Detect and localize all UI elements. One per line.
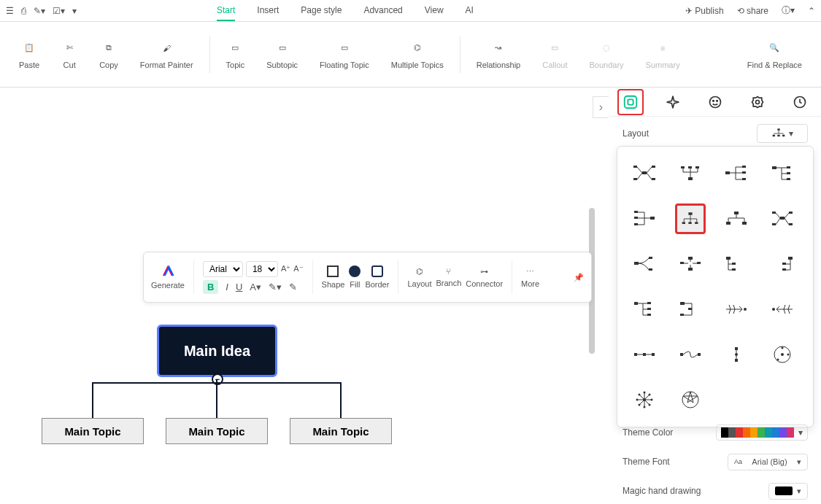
topic-node-2[interactable]: Main Topic <box>166 418 268 444</box>
collapse-toggle[interactable]: − <box>212 373 223 385</box>
layout-option[interactable] <box>767 158 798 189</box>
layout-option[interactable] <box>721 158 752 189</box>
subtopic-button[interactable]: ▭Subtopic <box>258 36 307 74</box>
emoji-tab[interactable] <box>702 89 728 115</box>
layout-dropdown[interactable]: ▾ <box>757 124 808 143</box>
underline-button[interactable]: U <box>236 282 242 292</box>
tab-view[interactable]: View <box>425 1 444 21</box>
layout-option-circle[interactable] <box>767 339 798 370</box>
more-quick-icon[interactable]: ▾ <box>72 6 77 16</box>
multiple-topics-button[interactable]: ⌬Multiple Topics <box>382 36 452 74</box>
magic-hand-select[interactable]: ▾ <box>768 483 808 500</box>
layout-option-fishbone-left[interactable] <box>767 294 798 325</box>
floating-topic-button[interactable]: ▭Floating Topic <box>311 36 378 74</box>
copy-button[interactable]: ⧉Copy <box>90 36 127 74</box>
edit-icon[interactable]: ✎▾ <box>34 6 45 16</box>
svg-rect-60 <box>647 302 651 304</box>
callout-button[interactable]: ▭Callout <box>533 36 576 74</box>
summary-button[interactable]: ≡Summary <box>637 36 689 74</box>
layout-option[interactable] <box>721 203 752 234</box>
italic-button[interactable]: I <box>226 282 228 292</box>
cut-button[interactable]: ✄Cut <box>53 36 86 74</box>
magic-hand-label: Magic hand drawing <box>623 486 701 496</box>
layout-option-star[interactable] <box>675 384 706 415</box>
layout-option[interactable] <box>767 249 798 279</box>
svg-rect-16 <box>652 166 655 168</box>
layout-option-vertical-timeline[interactable] <box>721 339 752 370</box>
tab-advanced[interactable]: Advanced <box>363 1 402 21</box>
share-button[interactable]: ⟲ share <box>737 6 768 16</box>
layout-option-radial[interactable] <box>629 384 660 415</box>
topic-node-1[interactable]: Main Topic <box>42 418 144 444</box>
save-icon[interactable]: ☰ <box>6 6 14 16</box>
more-button[interactable]: ⋯More <box>521 267 539 288</box>
branch-button[interactable]: ⑂Branch <box>436 267 461 287</box>
svg-rect-1 <box>628 99 633 104</box>
layout-option-timeline[interactable] <box>629 339 660 370</box>
topic-button[interactable]: ▭Topic <box>217 36 254 74</box>
connector-button[interactable]: ⊶Connector <box>466 267 503 288</box>
layout-option[interactable] <box>675 158 706 189</box>
collapse-ribbon-icon[interactable]: ⌃ <box>808 6 815 16</box>
topic-node-3[interactable]: Main Topic <box>290 418 392 444</box>
font-shrink-icon[interactable]: A⁻ <box>293 264 303 274</box>
font-size-select[interactable]: 18 <box>246 261 278 277</box>
svg-rect-12 <box>782 135 785 137</box>
style-tab[interactable] <box>617 89 644 115</box>
relationship-button[interactable]: ↝Relationship <box>468 36 530 74</box>
find-replace-button[interactable]: 🔍Find & Replace <box>739 36 811 74</box>
layout-option[interactable] <box>767 203 798 234</box>
check-icon[interactable]: ☑▾ <box>53 6 65 16</box>
layout-option[interactable] <box>721 249 752 279</box>
svg-rect-47 <box>649 257 652 259</box>
svg-rect-72 <box>680 353 683 356</box>
layout-option[interactable] <box>629 294 660 325</box>
svg-rect-42 <box>772 212 776 214</box>
border-button[interactable]: Border <box>365 265 389 289</box>
layout-option[interactable] <box>629 158 660 189</box>
layout-option[interactable] <box>629 249 660 279</box>
panel-lower: Theme Color ▾ Theme Font Aa Arial (Big) … <box>609 412 821 504</box>
theme-color-select[interactable]: ▾ <box>716 424 808 441</box>
layout-option-timeline-curved[interactable] <box>675 339 706 370</box>
help-icon[interactable]: ⓘ▾ <box>782 4 795 17</box>
svg-rect-10 <box>773 135 775 137</box>
tab-page-style[interactable]: Page style <box>301 1 342 21</box>
canvas[interactable]: Generate Arial 18 A⁺ A⁻ B I U A▾ ✎▾ ✎ Sh… <box>0 88 595 504</box>
font-color-button[interactable]: A▾ <box>250 282 261 292</box>
fill-button[interactable]: Fill <box>349 265 361 289</box>
print-icon[interactable]: ⎙ <box>21 6 26 16</box>
layout-button[interactable]: ⌬Layout <box>407 267 431 288</box>
layout-option-selected[interactable] <box>675 203 706 234</box>
publish-button[interactable]: ✈ Publish <box>685 6 724 16</box>
highlight-button[interactable]: ✎▾ <box>269 282 282 292</box>
history-tab[interactable] <box>787 89 813 115</box>
tab-ai[interactable]: AI <box>466 1 474 21</box>
layout-option[interactable] <box>675 249 706 279</box>
ai-tab[interactable] <box>660 89 686 115</box>
boundary-button[interactable]: ◌Boundary <box>581 36 633 74</box>
svg-rect-59 <box>634 302 638 305</box>
tab-start[interactable]: Start <box>217 1 235 21</box>
tab-insert[interactable]: Insert <box>257 1 279 21</box>
generate-button[interactable]: Generate <box>151 265 185 290</box>
layout-option[interactable] <box>675 294 706 325</box>
svg-rect-52 <box>688 268 693 271</box>
font-family-select[interactable]: Arial <box>203 261 243 277</box>
font-grow-icon[interactable]: A⁺ <box>281 264 290 274</box>
shape-button[interactable]: Shape <box>322 265 345 289</box>
paste-button[interactable]: 📋Paste <box>10 36 48 74</box>
layout-option[interactable] <box>629 203 660 234</box>
theme-font-select[interactable]: Aa Arial (Big) ▾ <box>728 454 808 470</box>
format-painter-button[interactable]: 🖌Format Painter <box>131 36 202 74</box>
clear-format-button[interactable]: ✎ <box>289 282 297 292</box>
svg-rect-75 <box>735 359 738 362</box>
svg-rect-51 <box>697 262 701 264</box>
svg-rect-46 <box>634 262 639 265</box>
pin-icon[interactable]: 📌 <box>574 273 584 282</box>
settings-tab[interactable] <box>744 89 771 115</box>
main-idea-node[interactable]: Main Idea <box>157 325 277 377</box>
panel-collapse-button[interactable]: › <box>593 96 609 118</box>
layout-option-fishbone-right[interactable] <box>721 294 752 325</box>
bold-button[interactable]: B <box>203 280 218 294</box>
